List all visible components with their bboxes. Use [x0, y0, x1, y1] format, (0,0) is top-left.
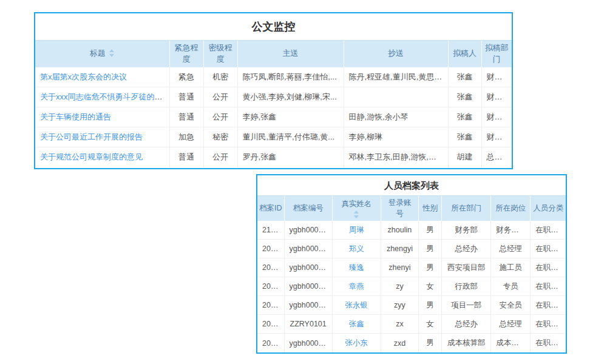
cell-text: 男 [426, 263, 434, 272]
cell-text: 成本核算部 [447, 339, 486, 347]
cell-text: ygbh000038 [290, 282, 331, 291]
column-header-doc_monitor-3: 主送 [237, 41, 344, 67]
record-link[interactable]: 关于车辆使用的通告 [40, 112, 111, 121]
cell-text: ygbh000104 [290, 301, 331, 309]
cell-text: 女 [426, 320, 434, 328]
cell-text: 安全员 [500, 301, 523, 309]
cell-text: 李婷,张鑫 [243, 112, 277, 121]
cell-text: 2038 [262, 282, 279, 291]
record-link[interactable]: 张小东 [345, 339, 368, 347]
cell-text: 张鑫 [457, 112, 473, 121]
table-cell: ygbh000038 [284, 277, 332, 296]
table-cell: 项目一部 [442, 296, 491, 315]
table-cell: 周琳 [332, 221, 381, 240]
table-cell: 陈巧凤,断郎,蒋丽,李佳怡,... [237, 67, 344, 87]
cell-text: 财务部 [455, 226, 478, 234]
column-header-personnel-4: 性别 [418, 196, 441, 221]
personnel-panel: 人员档案列表 档案ID档案编号真实姓名登录账号性别所在部门所在岗位人员分类 21… [256, 174, 567, 354]
table-cell: zhoulin [381, 221, 418, 240]
record-link[interactable]: 张永银 [345, 301, 368, 309]
cell-text: 专员 [503, 282, 518, 291]
cell-text: 胡建 [457, 152, 473, 161]
cell-text: 秘密 [212, 132, 228, 141]
table-cell: 财务部 [481, 87, 512, 107]
table-cell: 秘密 [203, 127, 237, 147]
record-link[interactable]: 关于规范公司规章制度的意见 [40, 152, 143, 161]
cell-text: 总经办 [455, 320, 478, 328]
cell-text: 男 [426, 339, 434, 347]
cell-text: 男 [426, 244, 434, 253]
cell-text: 张鑫 [457, 72, 473, 81]
column-header-personnel-3: 登录账号 [381, 196, 418, 221]
record-link[interactable]: 郑义 [349, 244, 364, 253]
table-cell: 陈丹,程亚雄,董川民,黄思璐... [344, 67, 448, 87]
table-cell: 财务部 [442, 221, 491, 240]
table-row: 关于xxx同志临危不惧勇斗歹徒的通报普通公开黄小强,李婷,刘健,柳琳,宋...张… [35, 87, 512, 107]
table-cell: 章燕 [332, 277, 381, 296]
cell-text: 男 [426, 301, 434, 309]
table-cell: 2045 [257, 315, 284, 334]
column-header-personnel-6: 所在岗位 [491, 196, 531, 221]
sort-arrows-icon[interactable] [354, 211, 359, 218]
cell-text: 在职人员 [535, 263, 566, 272]
column-label: 登录账号 [387, 197, 413, 219]
column-label: 所在部门 [451, 204, 481, 212]
table-cell: 郑义 [332, 240, 381, 258]
table-cell: zhengyi [381, 240, 418, 258]
table-cell: 男 [418, 258, 441, 277]
table-cell: 2092 [257, 296, 284, 315]
table-cell: 总经办 [481, 147, 512, 167]
table-row: 2092ygbh000104张永银zyy男项目一部安全员在职人员 [257, 296, 566, 315]
cell-text: zyy [394, 301, 405, 309]
column-header-doc_monitor-1: 紧急程度 [169, 41, 203, 67]
column-label: 密级程度 [209, 43, 232, 64]
record-link[interactable]: 张鑫 [349, 320, 364, 328]
table-cell: 在职人员 [531, 334, 566, 352]
table-cell [344, 87, 448, 107]
cell-text: 财务部 [487, 92, 510, 101]
cell-text: 男 [426, 226, 434, 234]
cell-text: 普通 [178, 152, 194, 161]
cell-text: zhoulin [388, 226, 412, 234]
cell-text: 施工员 [500, 263, 523, 272]
cell-text: 2092 [262, 301, 279, 309]
column-header-doc_monitor-4: 抄送 [344, 41, 448, 67]
cell-text: 财务部 [487, 132, 510, 141]
doc-monitor-table: 标题紧急程度密级程度主送抄送拟稿人拟稿部门 第x届第x次股东会的决议紧急机密陈巧… [35, 40, 512, 167]
table-cell: 公开 [203, 147, 237, 167]
table-cell: 张小东 [332, 334, 381, 352]
doc-monitor-panel: 公文监控 标题紧急程度密级程度主送抄送拟稿人拟稿部门 第x届第x次股东会的决议紧… [34, 12, 513, 169]
table-cell: 机密 [203, 67, 237, 87]
record-link[interactable]: 章燕 [349, 282, 364, 291]
cell-text: 行政部 [455, 282, 478, 291]
table-cell: 2046 [257, 334, 284, 352]
cell-text: 加急 [178, 132, 194, 141]
table-cell: 普通 [169, 87, 203, 107]
table-cell: 张鑫 [332, 315, 381, 334]
cell-text: 成本主管 [496, 339, 526, 347]
column-label: 标题 [90, 49, 106, 58]
column-label: 主送 [283, 49, 299, 58]
table-row: 关于公司最近工作开展的报告加急秘密董川民,董清平,付伟璐,黄...李婷,柳琳张鑫… [35, 127, 512, 147]
record-link[interactable]: 第x届第x次股东会的决议 [40, 72, 127, 81]
cell-text: 女 [426, 282, 434, 291]
table-cell: zxd [381, 334, 418, 352]
cell-text: 董川民,董清平,付伟璐,黄... [243, 132, 335, 141]
column-header-personnel-2[interactable]: 真实姓名 [332, 196, 381, 221]
table-cell: 在职人员 [531, 277, 566, 296]
column-header-doc_monitor-0[interactable]: 标题 [35, 41, 169, 67]
table-row: 2125ygbh000070周琳zhoulin男财务部财务总监在职人员 [257, 221, 566, 240]
record-link[interactable]: 臻逸 [349, 263, 364, 272]
table-cell: 在职人员 [531, 258, 566, 277]
cell-text: 在职人员 [535, 339, 566, 347]
record-link[interactable]: 关于xxx同志临危不惧勇斗歹徒的通报 [40, 92, 169, 101]
cell-text: 陈巧凤,断郎,蒋丽,李佳怡,... [243, 72, 337, 81]
table-cell: 成本主管 [491, 334, 531, 352]
table-cell: 臻逸 [332, 258, 381, 277]
cell-text: 总经理 [500, 320, 523, 328]
sort-arrows-icon[interactable] [109, 49, 115, 57]
record-link[interactable]: 关于公司最近工作开展的报告 [40, 132, 143, 141]
record-link[interactable]: 周琳 [349, 226, 364, 234]
cell-text: 项目一部 [451, 301, 481, 309]
cell-text: 罗丹,张鑫 [243, 152, 277, 161]
